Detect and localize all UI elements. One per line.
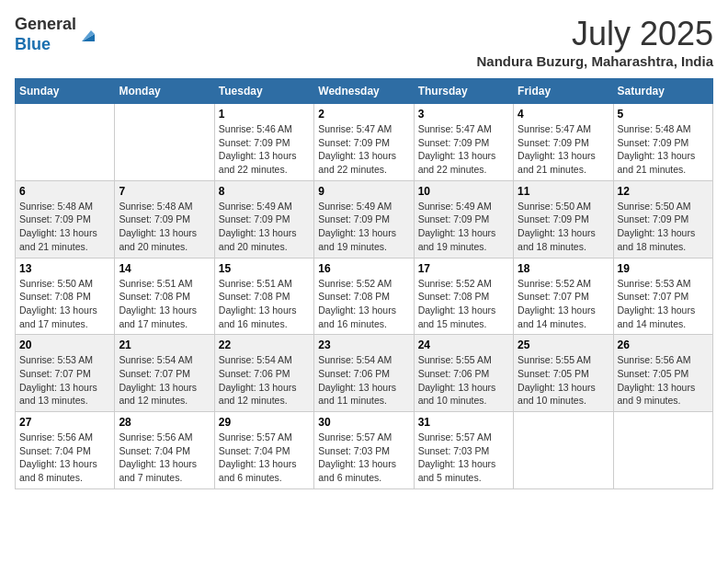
day-number: 11 [518,185,609,198]
calendar-week-row: 27Sunrise: 5:56 AMSunset: 7:04 PMDayligh… [16,412,713,489]
day-info: Sunrise: 5:50 AMSunset: 7:09 PMDaylight:… [518,200,609,254]
calendar-cell: 12Sunrise: 5:50 AMSunset: 7:09 PMDayligh… [613,180,712,258]
calendar-cell: 25Sunrise: 5:55 AMSunset: 7:05 PMDayligh… [514,335,613,412]
day-number: 3 [418,108,509,121]
logo: General Blue [15,15,98,54]
day-number: 13 [19,262,110,275]
calendar-cell: 13Sunrise: 5:50 AMSunset: 7:08 PMDayligh… [16,258,115,335]
weekday-header-friday: Friday [514,79,613,104]
calendar-cell: 30Sunrise: 5:57 AMSunset: 7:03 PMDayligh… [314,412,414,489]
day-info: Sunrise: 5:53 AMSunset: 7:07 PMDaylight:… [19,353,110,408]
day-info: Sunrise: 5:48 AMSunset: 7:09 PMDaylight:… [618,122,709,177]
calendar-cell: 4Sunrise: 5:47 AMSunset: 7:09 PMDaylight… [514,104,613,181]
day-number: 27 [19,416,110,429]
calendar-cell: 15Sunrise: 5:51 AMSunset: 7:08 PMDayligh… [214,258,313,335]
day-number: 7 [119,185,210,198]
day-number: 6 [19,185,110,198]
day-info: Sunrise: 5:55 AMSunset: 7:06 PMDaylight:… [418,353,509,408]
title-section: July 2025 Nandura Buzurg, Maharashtra, I… [476,15,713,69]
day-info: Sunrise: 5:51 AMSunset: 7:08 PMDaylight:… [119,277,210,331]
day-info: Sunrise: 5:47 AMSunset: 7:09 PMDaylight:… [518,122,609,177]
day-info: Sunrise: 5:56 AMSunset: 7:05 PMDaylight:… [618,353,709,408]
weekday-header-monday: Monday [115,79,214,104]
calendar-cell: 3Sunrise: 5:47 AMSunset: 7:09 PMDaylight… [414,104,513,181]
logo-blue: Blue [15,35,76,55]
day-info: Sunrise: 5:48 AMSunset: 7:09 PMDaylight:… [119,200,210,254]
day-number: 19 [618,262,709,275]
calendar-cell: 19Sunrise: 5:53 AMSunset: 7:07 PMDayligh… [613,258,712,335]
calendar-cell: 31Sunrise: 5:57 AMSunset: 7:03 PMDayligh… [414,412,513,489]
month-title: July 2025 [476,15,713,53]
logo-general: General [15,15,76,35]
day-number: 17 [418,262,509,275]
day-info: Sunrise: 5:54 AMSunset: 7:06 PMDaylight:… [318,353,409,408]
day-number: 25 [518,339,609,351]
day-number: 16 [318,262,409,275]
day-number: 21 [119,339,210,351]
day-info: Sunrise: 5:57 AMSunset: 7:04 PMDaylight:… [219,431,310,485]
day-info: Sunrise: 5:49 AMSunset: 7:09 PMDaylight:… [219,200,310,254]
calendar-week-row: 20Sunrise: 5:53 AMSunset: 7:07 PMDayligh… [16,335,713,412]
day-info: Sunrise: 5:54 AMSunset: 7:06 PMDaylight:… [219,353,310,408]
calendar-cell [16,104,115,181]
calendar-cell: 2Sunrise: 5:47 AMSunset: 7:09 PMDaylight… [314,104,414,181]
day-info: Sunrise: 5:52 AMSunset: 7:07 PMDaylight:… [518,277,609,331]
calendar-cell: 10Sunrise: 5:49 AMSunset: 7:09 PMDayligh… [414,180,513,258]
calendar-cell: 21Sunrise: 5:54 AMSunset: 7:07 PMDayligh… [115,335,214,412]
day-info: Sunrise: 5:47 AMSunset: 7:09 PMDaylight:… [418,122,509,177]
calendar-cell: 6Sunrise: 5:48 AMSunset: 7:09 PMDaylight… [16,180,115,258]
day-info: Sunrise: 5:47 AMSunset: 7:09 PMDaylight:… [318,122,409,177]
calendar-cell: 27Sunrise: 5:56 AMSunset: 7:04 PMDayligh… [16,412,115,489]
day-number: 15 [219,262,310,275]
day-number: 31 [418,416,509,429]
calendar-cell: 28Sunrise: 5:56 AMSunset: 7:04 PMDayligh… [115,412,214,489]
calendar-cell: 26Sunrise: 5:56 AMSunset: 7:05 PMDayligh… [613,335,712,412]
day-info: Sunrise: 5:55 AMSunset: 7:05 PMDaylight:… [518,353,609,408]
calendar-cell [514,412,613,489]
day-info: Sunrise: 5:53 AMSunset: 7:07 PMDaylight:… [618,277,709,331]
weekday-header-wednesday: Wednesday [314,79,414,104]
calendar-week-row: 13Sunrise: 5:50 AMSunset: 7:08 PMDayligh… [16,258,713,335]
day-number: 9 [318,185,409,198]
day-info: Sunrise: 5:57 AMSunset: 7:03 PMDaylight:… [318,431,409,485]
calendar-cell: 9Sunrise: 5:49 AMSunset: 7:09 PMDaylight… [314,180,414,258]
calendar-cell: 7Sunrise: 5:48 AMSunset: 7:09 PMDaylight… [115,180,214,258]
calendar-cell: 17Sunrise: 5:52 AMSunset: 7:08 PMDayligh… [414,258,513,335]
day-number: 30 [318,416,409,429]
day-info: Sunrise: 5:50 AMSunset: 7:09 PMDaylight:… [618,200,709,254]
day-number: 10 [418,185,509,198]
day-info: Sunrise: 5:54 AMSunset: 7:07 PMDaylight:… [119,353,210,408]
day-info: Sunrise: 5:49 AMSunset: 7:09 PMDaylight:… [318,200,409,254]
calendar-week-row: 1Sunrise: 5:46 AMSunset: 7:09 PMDaylight… [16,104,713,181]
day-number: 4 [518,108,609,121]
day-number: 5 [618,108,709,121]
day-number: 23 [318,339,409,351]
day-info: Sunrise: 5:52 AMSunset: 7:08 PMDaylight:… [418,277,509,331]
day-number: 8 [219,185,310,198]
day-number: 26 [618,339,709,351]
calendar-cell: 22Sunrise: 5:54 AMSunset: 7:06 PMDayligh… [214,335,313,412]
day-info: Sunrise: 5:50 AMSunset: 7:08 PMDaylight:… [19,277,110,331]
day-number: 12 [618,185,709,198]
day-info: Sunrise: 5:46 AMSunset: 7:09 PMDaylight:… [219,122,310,177]
day-number: 22 [219,339,310,351]
calendar-cell: 23Sunrise: 5:54 AMSunset: 7:06 PMDayligh… [314,335,414,412]
weekday-header-sunday: Sunday [16,79,115,104]
weekday-header-thursday: Thursday [414,79,513,104]
calendar-cell: 29Sunrise: 5:57 AMSunset: 7:04 PMDayligh… [214,412,313,489]
calendar-cell [115,104,214,181]
weekday-header-tuesday: Tuesday [214,79,313,104]
calendar-cell: 8Sunrise: 5:49 AMSunset: 7:09 PMDaylight… [214,180,313,258]
day-info: Sunrise: 5:56 AMSunset: 7:04 PMDaylight:… [19,431,110,485]
day-number: 18 [518,262,609,275]
day-number: 1 [219,108,310,121]
page-header: General Blue July 2025 Nandura Buzurg, M… [15,15,713,69]
day-number: 2 [318,108,409,121]
calendar-cell: 16Sunrise: 5:52 AMSunset: 7:08 PMDayligh… [314,258,414,335]
day-info: Sunrise: 5:51 AMSunset: 7:08 PMDaylight:… [219,277,310,331]
day-number: 28 [119,416,210,429]
day-number: 14 [119,262,210,275]
calendar-table: SundayMondayTuesdayWednesdayThursdayFrid… [15,78,713,489]
weekday-header-saturday: Saturday [613,79,712,104]
calendar-week-row: 6Sunrise: 5:48 AMSunset: 7:09 PMDaylight… [16,180,713,258]
